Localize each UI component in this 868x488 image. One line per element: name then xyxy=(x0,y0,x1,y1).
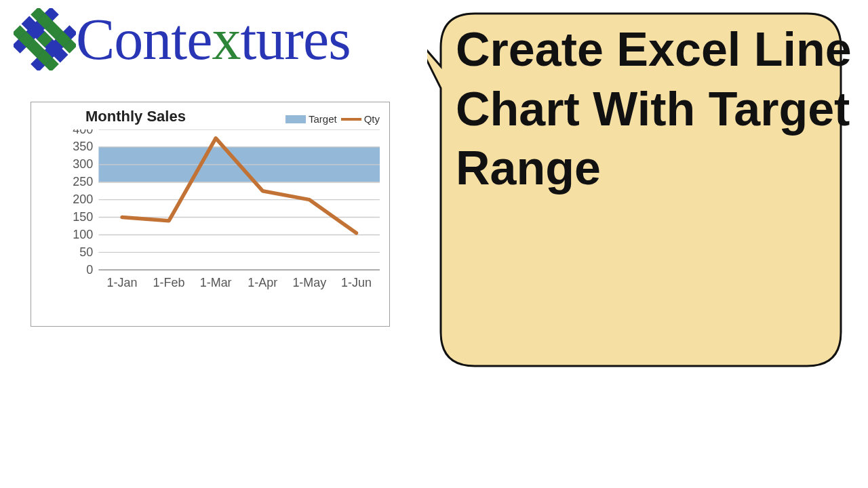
target-swatch-icon xyxy=(285,115,306,123)
x-tick-label: 1-Apr xyxy=(248,276,277,289)
x-tick-label: 1-Feb xyxy=(153,276,185,289)
brand-x: x xyxy=(212,7,240,72)
brand-suffix: tures xyxy=(240,7,350,72)
legend-item-target: Target xyxy=(285,113,337,125)
brand-text: Contextures xyxy=(76,10,351,68)
brand-logo: Contextures xyxy=(14,8,351,70)
x-tick-label: 1-Jan xyxy=(107,276,138,289)
callout-text: Create Excel Line Chart With Target Rang… xyxy=(456,20,854,199)
chart-plot: 0501001502002503003504001-Jan1-Feb1-Mar1… xyxy=(71,129,380,294)
y-tick-label: 150 xyxy=(73,210,93,224)
chart-title: Monthly Sales xyxy=(85,108,186,125)
qty-swatch-icon xyxy=(341,118,361,121)
y-tick-label: 200 xyxy=(73,192,93,206)
y-tick-label: 400 xyxy=(73,129,93,136)
chart-legend: Target Qty xyxy=(285,113,380,125)
brand-prefix: Conte xyxy=(76,7,212,72)
x-tick-label: 1-Mar xyxy=(200,276,232,289)
y-tick-label: 300 xyxy=(73,157,93,171)
legend-qty-label: Qty xyxy=(364,113,380,125)
y-tick-label: 0 xyxy=(86,263,93,277)
weave-icon xyxy=(14,8,76,70)
y-tick-label: 350 xyxy=(73,140,93,153)
speech-callout: Create Excel Line Chart With Target Rang… xyxy=(427,0,854,380)
y-tick-label: 50 xyxy=(79,245,93,259)
x-tick-label: 1-May xyxy=(292,276,326,289)
x-tick-label: 1-Jun xyxy=(341,276,372,289)
legend-item-qty: Qty xyxy=(341,113,380,125)
chart-container: Monthly Sales Target Qty 050100150200250… xyxy=(31,102,390,327)
y-tick-label: 250 xyxy=(73,175,93,188)
y-tick-label: 100 xyxy=(73,228,93,241)
legend-target-label: Target xyxy=(309,113,337,125)
